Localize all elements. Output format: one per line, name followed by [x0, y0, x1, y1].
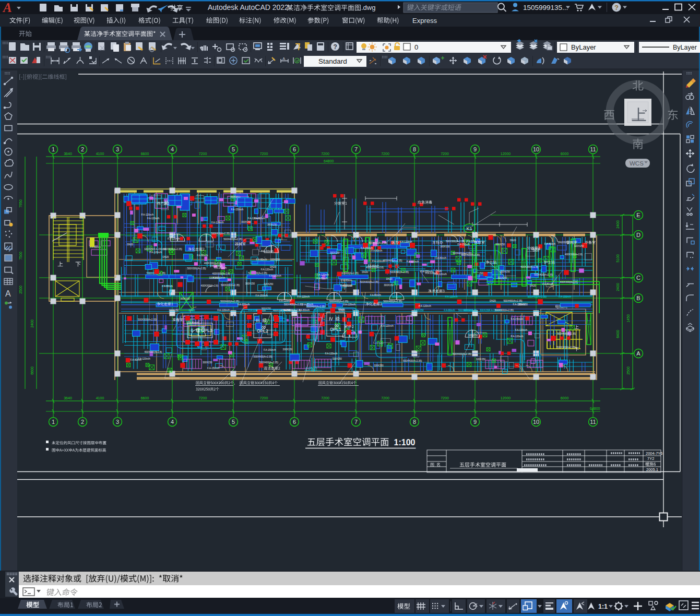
svg-text:DN20: DN20: [530, 285, 536, 287]
svg-text:DN20: DN20: [163, 256, 169, 258]
svg-text:300X150: 300X150: [203, 361, 212, 364]
svg-text:4: 4: [171, 146, 174, 152]
svg-text:F.A-120m/h: F.A-120m/h: [325, 352, 338, 355]
svg-text:Express: Express: [412, 17, 437, 25]
svg-text:500X300(A+2.35): 500X300(A+2.35): [390, 271, 409, 274]
svg-text:6600: 6600: [30, 366, 34, 375]
svg-text:7Y2: 7Y2: [647, 456, 654, 461]
svg-text:500X400(A+2.35): 500X400(A+2.35): [259, 361, 279, 364]
svg-text:500X400(A+2.35): 500X400(A+2.35): [221, 284, 240, 287]
svg-text:F.A-120m/h: F.A-120m/h: [381, 325, 394, 327]
svg-text:500X400(A+2.35): 500X400(A+2.35): [163, 248, 183, 251]
svg-text:DN20: DN20: [410, 314, 417, 317]
svg-text:500X300(A+2.35): 500X300(A+2.35): [187, 267, 207, 270]
svg-text:F.A-120m/h: F.A-120m/h: [400, 241, 412, 243]
svg-text:P.A-120m/h: P.A-120m/h: [297, 295, 310, 298]
svg-text:3: 3: [116, 146, 119, 152]
svg-text:C: C: [636, 275, 640, 281]
svg-text:P.A-120m/h: P.A-120m/h: [407, 260, 419, 263]
svg-text:5100: 5100: [616, 254, 620, 263]
svg-text:300X150: 300X150: [330, 252, 340, 254]
svg-text:A: A: [5, 289, 11, 298]
svg-text:300X150: 300X150: [518, 303, 528, 306]
svg-text:320X250: 320X250: [333, 358, 342, 360]
svg-text:P.A-120m/h: P.A-120m/h: [511, 335, 524, 338]
svg-text:F.A-80m/h: F.A-80m/h: [444, 309, 455, 312]
svg-text:7200: 7200: [321, 396, 329, 400]
svg-text:300X150: 300X150: [267, 223, 277, 226]
svg-text:500X400(A+2.35): 500X400(A+2.35): [284, 303, 303, 306]
svg-text:?: ?: [334, 43, 337, 51]
svg-text:320X250: 320X250: [144, 248, 154, 251]
svg-text:?: ?: [614, 4, 619, 11]
svg-text:6000: 6000: [561, 152, 569, 156]
svg-text:500X400(A+2.35): 500X400(A+2.35): [220, 300, 240, 303]
svg-text:OPL3: OPL3: [201, 328, 212, 333]
svg-text:7: 7: [354, 146, 358, 152]
svg-text:300X150: 300X150: [480, 309, 490, 312]
svg-text:DN20: DN20: [362, 271, 368, 274]
svg-text:320X250: 320X250: [500, 270, 510, 273]
svg-text:F.A-150m/h: F.A-150m/h: [458, 243, 470, 246]
svg-text:DN20: DN20: [510, 239, 516, 242]
svg-text:7: 7: [354, 419, 358, 425]
svg-text:7200: 7200: [381, 152, 389, 156]
svg-text:2400: 2400: [616, 283, 620, 291]
svg-text:F.A-80m/h: F.A-80m/h: [130, 359, 141, 361]
svg-text:4100: 4100: [96, 152, 104, 156]
svg-text:7500: 7500: [19, 252, 22, 260]
svg-text:500X400(A+2.35): 500X400(A+2.35): [211, 232, 230, 235]
svg-text:6400: 6400: [616, 330, 620, 338]
svg-text:3: 3: [116, 419, 119, 425]
svg-text:A: A: [2, 1, 12, 15]
svg-text:7200: 7200: [199, 396, 207, 400]
svg-text:F.A-150m/h: F.A-150m/h: [511, 318, 524, 321]
svg-text:F.A-120m/h: F.A-120m/h: [269, 275, 281, 277]
svg-text:7950: 7950: [19, 199, 22, 208]
svg-text:P.A-120m/h: P.A-120m/h: [141, 214, 154, 216]
svg-text:F.A-150m/h: F.A-150m/h: [207, 367, 220, 370]
svg-text:2400: 2400: [30, 319, 34, 328]
svg-text:320X250: 320X250: [392, 295, 402, 298]
svg-text:F.A-150m/h: F.A-150m/h: [264, 349, 276, 351]
svg-text:320X250: 320X250: [414, 309, 424, 312]
svg-text:P.A-120m/h: P.A-120m/h: [340, 285, 352, 287]
svg-text:4100: 4100: [96, 396, 104, 400]
svg-text:3640: 3640: [64, 396, 72, 400]
svg-text:WCS: WCS: [630, 160, 644, 167]
svg-text:F.A-80m/h: F.A-80m/h: [254, 217, 265, 220]
svg-text:F.A-80m/h: F.A-80m/h: [162, 285, 173, 288]
svg-text:300X150: 300X150: [283, 348, 293, 351]
svg-text:F.A-80m/h: F.A-80m/h: [542, 283, 553, 286]
svg-text:F.A-80m/h: F.A-80m/h: [435, 257, 446, 259]
svg-text:F.A-80m/h: F.A-80m/h: [197, 254, 208, 257]
svg-text:9: 9: [473, 146, 477, 152]
svg-text:500X300(A+2.35): 500X300(A+2.35): [446, 240, 465, 243]
svg-text:2005.1: 2005.1: [646, 467, 658, 472]
svg-text:P.A-120m/h: P.A-120m/h: [149, 251, 162, 254]
svg-text:300X150: 300X150: [241, 221, 251, 223]
svg-text:P.A-120m/h: P.A-120m/h: [445, 295, 458, 298]
svg-text:DN20: DN20: [127, 243, 133, 246]
svg-text:12000: 12000: [501, 396, 511, 400]
svg-text:F.A-120m/h: F.A-120m/h: [168, 238, 180, 240]
svg-text:500X400(A+2.35): 500X400(A+2.35): [223, 238, 243, 241]
svg-text:3640: 3640: [64, 152, 72, 156]
svg-text:400X300(A+2.8): 400X300(A+2.8): [520, 266, 538, 268]
svg-text:500X400(A+2.35): 500X400(A+2.35): [403, 360, 422, 362]
svg-text:500X400(A+2.35): 500X400(A+2.35): [528, 295, 547, 298]
svg-text:400X300(A+2.8): 400X300(A+2.8): [560, 281, 578, 283]
svg-text:64800: 64800: [324, 159, 334, 163]
svg-text:320X250: 320X250: [374, 364, 384, 367]
svg-text:F.A-150m/h: F.A-150m/h: [255, 294, 268, 297]
svg-text:A: A: [636, 350, 640, 357]
svg-text:2: 2: [81, 419, 84, 425]
svg-text:F.A-120m/h: F.A-120m/h: [343, 303, 356, 306]
svg-text:K1: K1: [466, 226, 472, 231]
svg-text:500X400(A+2.35): 500X400(A+2.35): [254, 356, 273, 358]
svg-text:12000: 12000: [501, 152, 511, 156]
svg-text:P.A-120m/h: P.A-120m/h: [372, 260, 385, 263]
svg-text:300X150: 300X150: [169, 309, 179, 312]
svg-text:7200: 7200: [260, 152, 268, 156]
svg-text:1: 1: [52, 419, 55, 425]
